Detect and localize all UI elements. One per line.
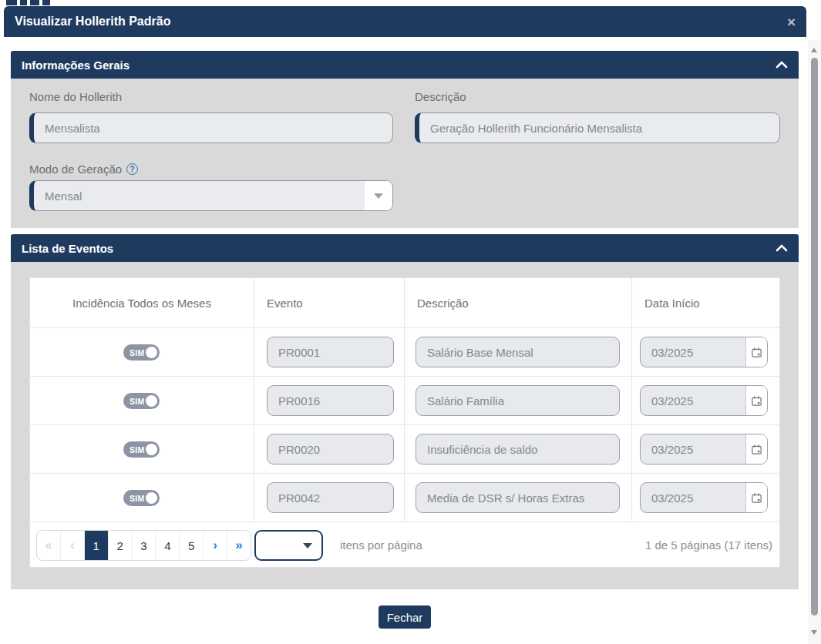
data-inicio-value: 03/2025 bbox=[651, 394, 693, 408]
pagination-page-2[interactable]: 2 bbox=[109, 531, 133, 560]
pagination-summary: 1 de 5 páginas (17 itens) bbox=[645, 538, 772, 552]
calendar-icon[interactable] bbox=[745, 434, 767, 464]
descricao-value: Salário Família bbox=[427, 394, 504, 408]
evento-input[interactable]: PR0001 bbox=[267, 337, 394, 367]
pagination-prev-button[interactable]: ‹ bbox=[61, 531, 85, 560]
descricao-value: Salário Base Mensal bbox=[427, 346, 533, 359]
incidencia-toggle[interactable]: SIM bbox=[123, 393, 160, 409]
toggle-label: SIM bbox=[130, 445, 145, 454]
chevron-up-icon[interactable] bbox=[776, 61, 788, 69]
column-header-data-inicio: Data Início bbox=[644, 278, 700, 327]
scrollbar-thumb[interactable] bbox=[811, 58, 818, 615]
calendar-icon[interactable] bbox=[745, 337, 767, 367]
toggle-knob bbox=[146, 395, 157, 407]
descricao-input[interactable]: Geração Hollerith Funcionário Mensalista bbox=[415, 112, 780, 143]
evento-input[interactable]: PR0020 bbox=[267, 434, 394, 465]
calendar-icon[interactable] bbox=[745, 386, 767, 415]
data-inicio-value: 03/2025 bbox=[651, 443, 693, 456]
incidencia-toggle[interactable]: SIM bbox=[123, 344, 160, 361]
evento-value: PR0016 bbox=[278, 394, 320, 408]
incidencia-toggle[interactable]: SIM bbox=[123, 490, 160, 506]
page: Visualizar Hollerith Padrão × Informaçõe… bbox=[0, 0, 821, 644]
toggle-knob bbox=[146, 492, 157, 504]
descricao-value: Insuficiência de saldo bbox=[427, 443, 537, 456]
pager: « ‹ 1 2 3 4 5 › » bbox=[36, 530, 251, 561]
modal-header: Visualizar Hollerith Padrão × bbox=[4, 6, 806, 37]
descricao-input[interactable]: Insuficiência de saldo bbox=[416, 434, 620, 465]
table-row: SIM PR0020 Insuficiência de saldo 03/202… bbox=[30, 424, 779, 473]
descricao-input[interactable]: Salário Base Mensal bbox=[416, 337, 620, 367]
table-row: SIM PR0001 Salário Base Mensal 03/2025 bbox=[30, 327, 779, 376]
modo-geracao-select[interactable]: Mensal bbox=[29, 180, 393, 211]
pagination-page-5[interactable]: 5 bbox=[180, 531, 204, 560]
column-header-incidencia: Incidência Todos os Meses bbox=[30, 278, 254, 327]
chevron-down-icon bbox=[303, 543, 312, 548]
close-icon[interactable]: × bbox=[787, 15, 796, 29]
table-row: SIM PR0016 Salário Família 03/2025 bbox=[30, 376, 779, 424]
modal-title: Visualizar Hollerith Padrão bbox=[15, 15, 170, 29]
background-page-fragment bbox=[6, 0, 52, 5]
descricao-label: Descrição bbox=[415, 90, 466, 103]
modo-geracao-value: Mensal bbox=[45, 190, 82, 203]
data-inicio-value: 03/2025 bbox=[651, 346, 693, 359]
modo-geracao-label-text: Modo de Geração bbox=[29, 163, 122, 176]
pagination-last-button[interactable]: » bbox=[227, 531, 251, 560]
toggle-label: SIM bbox=[130, 397, 145, 406]
section-body-lista-de-eventos: Incidência Todos os Meses Evento Descriç… bbox=[11, 262, 799, 589]
pagination-page-3[interactable]: 3 bbox=[133, 531, 156, 560]
data-inicio-input[interactable]: 03/2025 bbox=[640, 482, 768, 513]
evento-input[interactable]: PR0016 bbox=[267, 385, 394, 416]
data-inicio-input[interactable]: 03/2025 bbox=[640, 434, 768, 465]
nome-hollerith-value: Mensalista bbox=[45, 122, 100, 135]
toggle-label: SIM bbox=[130, 348, 145, 357]
chevron-down-icon bbox=[374, 193, 383, 199]
section-title: Informações Gerais bbox=[22, 59, 130, 72]
evento-value: PR0001 bbox=[278, 346, 320, 359]
nome-hollerith-label: Nome do Hollerith bbox=[29, 90, 122, 103]
pagination-first-button[interactable]: « bbox=[37, 531, 61, 560]
column-header-evento: Evento bbox=[267, 278, 303, 327]
pagination-next-button[interactable]: › bbox=[204, 531, 227, 560]
toggle-label: SIM bbox=[130, 494, 145, 503]
calendar-icon[interactable] bbox=[745, 483, 767, 512]
section-body-informacoes-gerais: Nome do Hollerith Mensalista Descrição G… bbox=[11, 79, 799, 228]
section-header-informacoes-gerais[interactable]: Informações Gerais bbox=[11, 51, 799, 79]
pagination-page-1[interactable]: 1 bbox=[85, 531, 109, 560]
descricao-input[interactable]: Salário Família bbox=[416, 385, 620, 416]
data-inicio-value: 03/2025 bbox=[651, 491, 693, 505]
scroll-down-icon[interactable] bbox=[811, 630, 817, 635]
data-inicio-input[interactable]: 03/2025 bbox=[640, 385, 768, 416]
chevron-up-icon[interactable] bbox=[776, 244, 788, 252]
section-title: Lista de Eventos bbox=[22, 242, 113, 255]
scroll-up-icon[interactable] bbox=[811, 48, 817, 52]
section-header-lista-de-eventos[interactable]: Lista de Eventos bbox=[11, 234, 799, 262]
nome-hollerith-input[interactable]: Mensalista bbox=[29, 112, 393, 143]
evento-value: PR0020 bbox=[278, 443, 320, 456]
page-size-select[interactable] bbox=[254, 530, 323, 561]
column-header-descricao: Descrição bbox=[417, 278, 469, 327]
evento-value: PR0042 bbox=[278, 491, 320, 505]
vertical-scrollbar[interactable] bbox=[808, 40, 821, 644]
table-row: SIM PR0042 Media de DSR s/ Horas Extras … bbox=[30, 473, 779, 522]
descricao-value: Media de DSR s/ Horas Extras bbox=[427, 491, 584, 505]
data-inicio-input[interactable]: 03/2025 bbox=[640, 337, 768, 367]
toggle-knob bbox=[146, 444, 157, 455]
events-table: Incidência Todos os Meses Evento Descriç… bbox=[29, 277, 780, 568]
toggle-knob bbox=[146, 347, 157, 358]
fechar-button[interactable]: Fechar bbox=[379, 605, 431, 629]
pagination-page-4[interactable]: 4 bbox=[156, 531, 180, 560]
select-arrow-area[interactable] bbox=[365, 181, 392, 210]
descricao-input[interactable]: Media de DSR s/ Horas Extras bbox=[416, 482, 620, 513]
evento-input[interactable]: PR0042 bbox=[267, 482, 394, 513]
modo-geracao-label: Modo de Geração ? bbox=[29, 163, 138, 176]
descricao-value: Geração Hollerith Funcionário Mensalista bbox=[430, 122, 642, 135]
pagination-bar: « ‹ 1 2 3 4 5 › » itens por página 1 de … bbox=[30, 522, 779, 567]
page-size-label: itens por página bbox=[340, 538, 422, 552]
help-icon[interactable]: ? bbox=[126, 163, 138, 175]
incidencia-toggle[interactable]: SIM bbox=[123, 441, 160, 458]
